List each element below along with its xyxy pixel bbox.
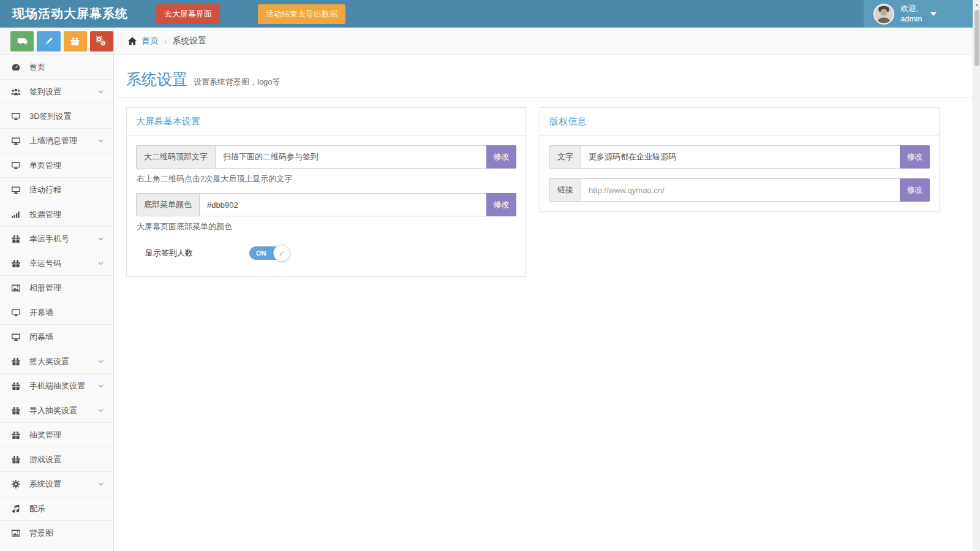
sidebar-item-10[interactable]: 相册管理	[0, 276, 113, 300]
chevron-down-icon	[97, 137, 105, 145]
field-bottom-menu-color-help: 大屏幕页面底部菜单的颜色	[137, 221, 516, 232]
image-icon	[11, 283, 21, 293]
show-checkin-count-label: 显示签到人数	[145, 248, 249, 259]
user-menu[interactable]: 欢迎, admin	[864, 0, 973, 28]
sidebar-item-6[interactable]: 活动行程	[0, 178, 113, 202]
gift-icon	[11, 357, 21, 367]
sidebar-item-9[interactable]: 幸运号码	[0, 251, 113, 276]
gift-icon	[70, 36, 80, 47]
goto-big-screen-button[interactable]: 去大屏幕界面	[156, 4, 220, 24]
chevron-down-icon	[97, 480, 105, 488]
field-qr-top-text-help: 右上角二维码点击2次最大后顶上显示的文字	[137, 173, 516, 184]
sidebar-item-17[interactable]: 游戏设置	[0, 447, 113, 472]
monitor-icon	[11, 185, 21, 195]
sidebar-item-label: 单页管理	[29, 160, 61, 171]
field-copyright-text-modify-button[interactable]: 修改	[900, 145, 930, 169]
chevron-down-icon	[97, 382, 105, 390]
sidebar-item-label: 游戏设置	[29, 454, 61, 465]
field-bottom-menu-color-modify-button[interactable]: 修改	[486, 193, 516, 216]
field-qr-top-text: 大二维码顶部文字 修改	[136, 145, 516, 169]
scroll-up-arrow[interactable]: ▲	[973, 0, 980, 9]
home-icon	[127, 36, 137, 46]
field-copyright-text-input[interactable]	[581, 145, 900, 169]
sidebar-item-7[interactable]: 投票管理	[0, 202, 113, 227]
field-copyright-link-input[interactable]	[581, 178, 900, 202]
vertical-scrollbar[interactable]: ▲	[973, 0, 980, 551]
avatar	[873, 4, 894, 25]
field-copyright-link: 链接 修改	[549, 178, 930, 202]
image-icon	[11, 528, 21, 538]
sidebar-item-12[interactable]: 闭幕墙	[0, 325, 113, 349]
monitor-icon	[11, 112, 21, 121]
quick-pencil-button[interactable]	[37, 31, 60, 51]
chevron-down-icon	[930, 12, 937, 16]
monitor-icon	[11, 308, 21, 317]
quick-cogs-button[interactable]	[90, 31, 113, 51]
chevron-down-icon	[97, 259, 105, 267]
field-copyright-link-modify-button[interactable]: 修改	[900, 178, 930, 202]
sidebar-item-8[interactable]: 幸运手机号	[0, 227, 113, 251]
sidebar-item-label: 抽奖管理	[29, 430, 61, 441]
breadcrumb-current: 系统设置	[172, 36, 206, 47]
field-bottom-menu-color-label: 底部菜单颜色	[136, 193, 199, 216]
page-header: 系统设置 设置系统背景图，logo等	[115, 55, 973, 98]
panel-copyright: 版权信息 文字 修改 链接 修改	[540, 107, 940, 211]
gift-icon	[11, 234, 21, 244]
field-qr-top-text-input[interactable]	[215, 145, 486, 169]
export-data-button[interactable]: 活动结束去导出数据	[258, 4, 345, 24]
sidebar-item-19[interactable]: 配乐	[0, 496, 113, 521]
page-subtitle: 设置系统背景图，logo等	[194, 77, 281, 88]
dashboard-icon	[11, 63, 21, 72]
field-copyright-text: 文字 修改	[549, 145, 930, 169]
show-checkin-count-toggle[interactable]: ON ✓	[249, 245, 291, 262]
field-bottom-menu-color-input[interactable]	[199, 193, 486, 216]
sidebar-item-18[interactable]: 系统设置	[0, 472, 113, 496]
sidebar-item-label: 手机端抽奖设置	[29, 381, 85, 392]
sidebar-item-15[interactable]: 导入抽奖设置	[0, 398, 113, 423]
field-copyright-text-label: 文字	[549, 145, 581, 169]
sidebar-item-13[interactable]: 摇大奖设置	[0, 349, 113, 374]
sidebar-item-label: 幸运号码	[29, 258, 61, 269]
sidebar-item-label: 首页	[29, 62, 45, 73]
chevron-down-icon	[97, 406, 105, 414]
panel-basic-title: 大屏幕基本设置	[127, 108, 526, 136]
sidebar-item-label: 3D签到设置	[29, 111, 72, 122]
sidebar-item-14[interactable]: 手机端抽奖设置	[0, 374, 113, 398]
music-icon	[11, 504, 21, 514]
gift-icon	[11, 406, 21, 416]
chevron-down-icon	[97, 235, 105, 243]
app-title: 现场活动大屏幕系统	[0, 6, 139, 22]
cogs-icon	[96, 36, 107, 47]
comment-icon	[17, 36, 28, 47]
field-qr-top-text-modify-button[interactable]: 修改	[486, 145, 516, 169]
main-content: 系统设置 设置系统背景图，logo等 大屏幕基本设置 大二维码顶部文字 修改 右…	[115, 55, 973, 551]
sidebar-item-label: 配乐	[29, 503, 45, 514]
quick-gift-button[interactable]	[64, 31, 87, 51]
breadcrumb-home-link[interactable]: 首页	[127, 36, 159, 47]
check-icon: ✓	[279, 249, 285, 258]
toggle-knob: ✓	[273, 245, 290, 262]
sidebar-item-label: 导入抽奖设置	[29, 405, 77, 416]
sidebar-item-5[interactable]: 单页管理	[0, 153, 113, 178]
sidebar-item-16[interactable]: 抽奖管理	[0, 423, 113, 447]
sidebar-item-label: 系统设置	[29, 479, 61, 490]
sidebar-item-label: 开幕墙	[29, 307, 53, 318]
sidebar-item-20[interactable]: 背景图	[0, 521, 113, 545]
page-title: 系统设置	[126, 69, 187, 89]
chart-icon	[11, 210, 21, 219]
sidebar-item-label: 幸运手机号	[29, 234, 69, 245]
quick-comment-button[interactable]	[10, 31, 34, 51]
user-welcome: 欢迎, admin	[900, 4, 922, 24]
field-bottom-menu-color: 底部菜单颜色 修改	[136, 193, 516, 216]
sidebar-item-3[interactable]: 3D签到设置	[0, 104, 113, 129]
sidebar-item-label: 签到设置	[29, 86, 61, 97]
sidebar-item-11[interactable]: 开幕墙	[0, 300, 113, 325]
gift-icon	[11, 381, 21, 391]
users-icon	[11, 87, 21, 97]
scrollbar-thumb[interactable]	[974, 10, 979, 66]
panel-copyright-title: 版权信息	[540, 108, 939, 136]
sidebar-item-2[interactable]: 签到设置	[0, 80, 113, 104]
field-copyright-link-label: 链接	[549, 178, 581, 202]
sidebar-item-1[interactable]: 首页	[0, 55, 113, 80]
sidebar-item-4[interactable]: 上墙消息管理	[0, 129, 113, 153]
